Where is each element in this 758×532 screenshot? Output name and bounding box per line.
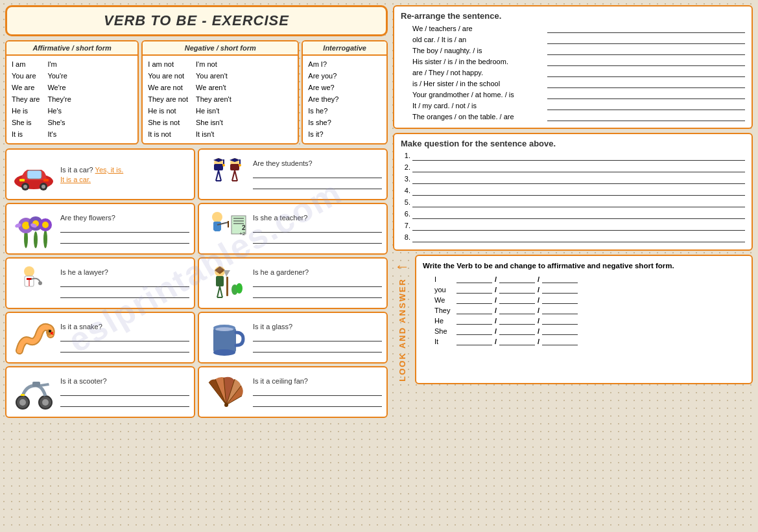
svg-point-27 (43, 230, 47, 248)
svg-line-61 (220, 286, 222, 297)
rearrange-box: Re-arrange the sentence. We / teachers /… (393, 5, 753, 129)
mq-item-7 (412, 222, 745, 231)
exercise-cell-4: 2 +2 Is she a teacher? (198, 203, 388, 255)
title-box: VERB TO BE - EXERCISE (5, 5, 388, 36)
look-answer-label: LOOK AND ANSWER (397, 278, 407, 382)
look-answer-list: I / / you / / (423, 275, 745, 345)
qa-scooter: Is it a scooter? (60, 377, 189, 407)
exercise-cell-2: Are they students? (198, 148, 388, 200)
teacher-pic: 2 +2 (204, 207, 249, 250)
svg-rect-63 (226, 277, 228, 296)
svg-point-49 (24, 266, 34, 277)
svg-point-70 (213, 349, 235, 356)
svg-line-22 (232, 170, 235, 181)
interrogative-box: Interrogative Am I? Are you? Are we? Are… (302, 40, 388, 145)
qa-snake: Is it a snake? (60, 323, 189, 353)
int-col1: Am I? Are you? Are we? Are they? Is he? … (308, 59, 338, 140)
rearrange-list: We / teachers / are old car. / It is / a… (401, 24, 745, 121)
svg-point-4 (23, 185, 27, 189)
mq-item-4 (412, 187, 745, 196)
svg-line-60 (217, 286, 220, 297)
exercise-cell-8: Is it a glass? (198, 312, 388, 364)
affirmative-box: Affirmative / short form I am You are We… (5, 40, 139, 145)
negative-header: Negative / short form (143, 41, 298, 56)
exercise-cell-5: Is he a lawyer? (5, 257, 195, 309)
svg-rect-18 (230, 164, 239, 170)
arrow-left-icon: ← (394, 257, 410, 275)
affirmative-content: I am You are We are They are He is She i… (6, 56, 137, 143)
graduates-pic (204, 153, 249, 196)
mq-item-3 (412, 175, 745, 184)
make-question-title: Make question for the sentence above. (401, 139, 745, 148)
la-item-4: They / / (434, 306, 745, 314)
svg-point-21 (239, 164, 241, 167)
svg-point-71 (215, 327, 233, 331)
svg-point-33 (42, 222, 49, 228)
rearrange-item-3: The boy / naughty. / is (412, 46, 745, 55)
svg-rect-2 (27, 170, 41, 179)
snake-pic (11, 316, 56, 359)
mq-item-5 (412, 198, 745, 207)
mq-item-1 (412, 152, 745, 161)
svg-point-6 (41, 185, 45, 189)
la-item-3: We / / (434, 295, 745, 304)
fan-pic (204, 371, 249, 413)
mug-pic (204, 316, 249, 359)
qa-glass: Is it a glass? (253, 323, 382, 353)
right-panel: Re-arrange the sentence. We / teachers /… (393, 5, 753, 527)
svg-point-84 (224, 403, 228, 407)
doctor-pic (11, 262, 56, 305)
qa-flowers: Are they flowers? (60, 214, 189, 244)
qa-fan: Is it a ceiling fan? (253, 377, 382, 407)
svg-rect-76 (32, 382, 40, 387)
qa-car: Is it a car? Yes, it is. It is a car. (60, 166, 189, 183)
qa-lawyer: Is he a lawyer? (60, 268, 189, 298)
interrogative-content: Am I? Are you? Are we? Are they? Is he? … (303, 56, 386, 143)
la-item-7: It / / (434, 337, 745, 345)
exercise-cell-7: Is it a snake? (5, 312, 195, 364)
svg-point-13 (222, 164, 225, 167)
look-answer-instruction: Write the Verb to be and change to affir… (423, 260, 745, 271)
neg-col1: I am not You are not We are not They are… (148, 59, 188, 140)
mq-item-2 (412, 163, 745, 172)
svg-line-14 (216, 170, 219, 181)
negative-content: I am not You are not We are not They are… (143, 56, 298, 143)
svg-rect-7 (19, 179, 25, 181)
svg-rect-8 (43, 179, 49, 181)
svg-rect-68 (213, 328, 236, 353)
svg-point-75 (42, 399, 49, 406)
qa-gardener: Is he a gardener? (253, 268, 382, 298)
rearrange-title: Re-arrange the sentence. (401, 11, 745, 21)
svg-point-67 (49, 330, 51, 332)
scooter-pic (11, 371, 56, 413)
svg-point-56 (38, 281, 42, 285)
make-question-list (401, 152, 745, 242)
exercise-cell-6: Is he a gardener? (198, 257, 388, 309)
rearrange-item-4: His sister / is / in the bedroom. (412, 57, 745, 66)
car-pic (11, 153, 56, 196)
make-question-box: Make question for the sentence above. (393, 133, 753, 251)
svg-rect-59 (216, 276, 224, 286)
svg-line-15 (219, 170, 221, 181)
rearrange-item-7: Your grandmother / at home. / is (412, 90, 745, 99)
negative-box: Negative / short form I am not You are n… (141, 40, 299, 145)
exercise-cell-9: Is it a scooter? (5, 366, 195, 418)
la-item-1: I / / (434, 275, 745, 283)
interrogative-header: Interrogative (303, 41, 386, 56)
svg-point-73 (19, 399, 26, 406)
look-answer-row: ← LOOK AND ANSWER Write the Verb to be a… (393, 255, 753, 384)
mq-item-8 (412, 233, 745, 242)
svg-rect-12 (223, 159, 224, 165)
rearrange-item-2: old car. / It is / an (412, 35, 745, 44)
aff-col2: I'm You're We're They're He's She's It's (47, 59, 71, 140)
rearrange-item-1: We / teachers / are (412, 24, 745, 33)
mq-item-6 (412, 210, 745, 219)
exercise-cell-3: Are they flowers? (5, 203, 195, 255)
la-item-6: She / / (434, 327, 745, 335)
rearrange-item-5: are / They / not happy. (412, 68, 745, 77)
la-item-5: He / / (434, 316, 745, 325)
left-panel: VERB TO BE - EXERCISE Affirmative / shor… (5, 5, 388, 527)
svg-point-65 (236, 283, 243, 294)
svg-line-23 (235, 170, 237, 181)
qa-teacher: Is she a teacher? (253, 214, 382, 244)
